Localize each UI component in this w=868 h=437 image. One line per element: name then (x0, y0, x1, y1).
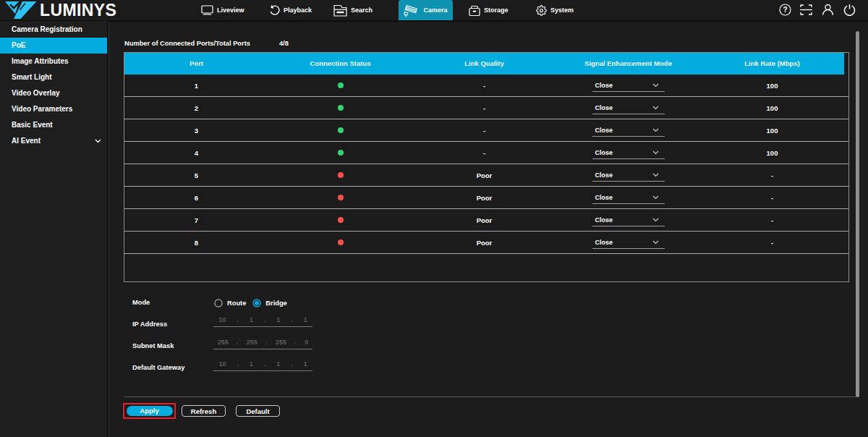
svg-text:?: ? (783, 6, 787, 14)
